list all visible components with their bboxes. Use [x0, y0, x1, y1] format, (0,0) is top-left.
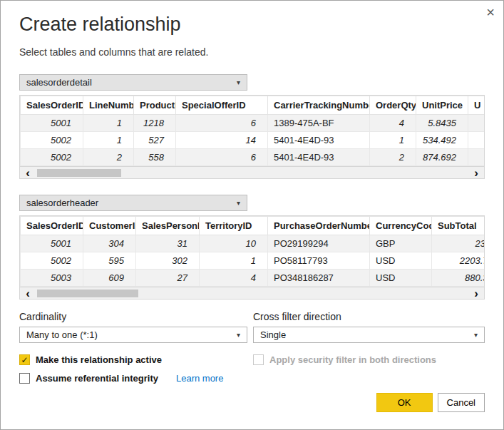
cardinality-value: Many to one (*:1) [26, 329, 98, 340]
table-cell[interactable]: 874.692 [416, 149, 468, 166]
column-header[interactable]: SalesOrderID [21, 217, 83, 235]
table-cell[interactable]: 5401-4E4D-93 [268, 132, 370, 149]
scroll-left-icon[interactable]: ‹ [20, 168, 36, 178]
column-header[interactable]: SalesOrderID [21, 96, 83, 115]
table-cell[interactable]: 595 [83, 252, 136, 270]
close-icon[interactable]: × [486, 5, 495, 19]
table-cell[interactable]: USD [370, 270, 432, 287]
column-header[interactable]: CustomerID [83, 217, 136, 235]
table-cell[interactable]: PO58117793 [268, 252, 370, 270]
table-cell[interactable]: 5002 [21, 149, 83, 166]
check-icon: ✓ [21, 356, 28, 364]
scroll-track [36, 167, 468, 178]
table-cell[interactable]: 880.348 [432, 270, 485, 287]
column-header[interactable]: PurchaseOrderNumber [268, 217, 370, 235]
table-cell[interactable]: 534.492 [416, 132, 468, 149]
table-cell[interactable]: 4 [200, 270, 268, 287]
header-row: SalesOrderIDLineNumberProductIDSpecialOf… [21, 96, 485, 115]
table-cell[interactable]: 5.8435 [416, 115, 468, 132]
table2-select-value: salesorderheader [26, 198, 98, 208]
table2-scrollbar: ‹ › [20, 287, 484, 299]
table-cell[interactable]: 5401-4E4D-93 [268, 149, 370, 166]
table-cell[interactable]: USD [370, 252, 432, 270]
referential-integrity-checkbox[interactable] [19, 373, 30, 384]
column-header[interactable]: SubTotal [432, 217, 485, 235]
column-header[interactable]: SalesPersonID [136, 217, 200, 235]
table-cell[interactable]: 5001 [21, 115, 83, 132]
chevron-down-icon: ▾ [474, 331, 478, 339]
column-header[interactable]: CurrencyCode [370, 217, 432, 235]
create-relationship-dialog: × Create relationship Select tables and … [0, 0, 504, 430]
table-cell[interactable]: 10 [200, 235, 268, 252]
column-header[interactable]: SpecialOfferID [176, 96, 268, 115]
table-cell[interactable]: 2 [370, 149, 416, 166]
ok-button[interactable]: OK [376, 393, 433, 412]
table-cell[interactable]: 23.37 [432, 235, 485, 252]
chevron-down-icon: ▾ [237, 331, 240, 339]
scroll-left-icon[interactable]: ‹ [20, 288, 36, 299]
table-cell[interactable]: 609 [83, 270, 136, 287]
table-cell[interactable]: 1389-475A-BF [268, 115, 370, 132]
table-cell[interactable]: 1 [83, 115, 134, 132]
table-cell[interactable]: GBP [370, 235, 432, 252]
column-header[interactable]: UnitPrice [416, 96, 468, 115]
scroll-thumb[interactable] [37, 290, 138, 297]
table-cell[interactable]: 527 [134, 132, 176, 149]
table-cell[interactable]: 6 [176, 149, 268, 166]
table-cell[interactable]: 2 [83, 149, 134, 166]
table-cell[interactable]: 6 [176, 115, 268, 132]
table-cell[interactable] [468, 149, 485, 166]
dialog-subtitle: Select tables and columns that are relat… [19, 46, 485, 58]
scroll-thumb[interactable] [37, 169, 121, 177]
table-cell[interactable]: 304 [83, 235, 136, 252]
cross-filter-label: Cross filter direction [253, 311, 485, 322]
learn-more-link[interactable]: Learn more [176, 373, 223, 384]
table-cell[interactable]: 1 [83, 132, 134, 149]
table-cell[interactable]: PO348186287 [268, 270, 370, 287]
table1-select-value: salesorderdetail [26, 77, 92, 88]
table-cell[interactable]: 558 [134, 149, 176, 166]
table-cell[interactable]: 1 [200, 252, 268, 270]
table2-select[interactable]: salesorderheader ▾ [19, 195, 247, 211]
active-relationship-label: Make this relationship active [36, 354, 162, 365]
table-row: 5003609274PO348186287USD880.348 [21, 270, 485, 287]
column-header[interactable]: OrderQty [370, 96, 416, 115]
table-cell[interactable]: 2203.702 [432, 252, 485, 270]
table-cell[interactable]: 1218 [134, 115, 176, 132]
cancel-button[interactable]: Cancel [438, 393, 485, 412]
table-cell[interactable]: 14 [176, 132, 268, 149]
table2-grid: SalesOrderIDCustomerIDSalesPersonIDTerri… [20, 216, 484, 287]
cardinality-label: Cardinality [19, 311, 247, 322]
scroll-right-icon[interactable]: › [468, 168, 484, 178]
column-header[interactable]: U [468, 96, 485, 115]
column-header[interactable]: TerritoryID [200, 217, 268, 235]
cardinality-select[interactable]: Many to one (*:1) ▾ [19, 327, 247, 343]
table-cell[interactable]: 31 [136, 235, 200, 252]
scroll-right-icon[interactable]: › [468, 288, 484, 299]
table-cell[interactable] [468, 132, 485, 149]
table1-select[interactable]: salesorderdetail ▾ [19, 74, 247, 91]
table-cell[interactable]: 302 [136, 252, 200, 270]
referential-integrity-row: Assume referential integrity Learn more [19, 373, 247, 384]
column-header[interactable]: ProductID [134, 96, 176, 115]
table-cell[interactable]: 27 [136, 270, 200, 287]
table-cell[interactable] [468, 115, 485, 132]
table1-scrollbar: ‹ › [20, 166, 484, 178]
table-cell[interactable]: 1 [370, 132, 416, 149]
table-cell[interactable]: 4 [370, 115, 416, 132]
table-cell[interactable]: 5002 [21, 132, 83, 149]
table-cell[interactable]: 5003 [21, 270, 83, 287]
column-header[interactable]: LineNumber [83, 96, 134, 115]
table-cell[interactable]: 5002 [21, 252, 83, 270]
security-filter-label: Apply security filter in both directions [269, 354, 436, 365]
table-row: 50021527145401-4E4D-931534.492 [21, 132, 485, 149]
table-row: 5002255865401-4E4D-932874.692 [21, 149, 485, 166]
cross-filter-select[interactable]: Single ▾ [253, 327, 485, 343]
table-cell[interactable]: 5001 [21, 235, 83, 252]
chevron-down-icon: ▾ [237, 78, 240, 86]
table-cell[interactable]: PO29199294 [268, 235, 370, 252]
active-relationship-checkbox[interactable]: ✓ [19, 354, 30, 365]
column-header[interactable]: CarrierTrackingNumber [268, 96, 370, 115]
table1-grid: SalesOrderIDLineNumberProductIDSpecialOf… [20, 96, 484, 166]
table-row: 50025953021PO58117793USD2203.702 [21, 252, 485, 270]
